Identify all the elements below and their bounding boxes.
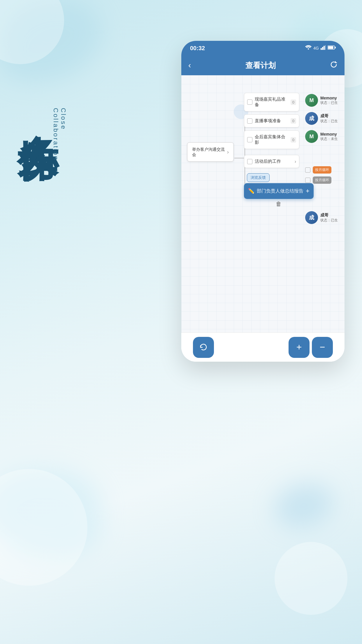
- selected-task-box[interactable]: ✏️ 部门负责人做总结报告 +: [244, 183, 314, 199]
- user-item-1: M Memony 状态：已生: [305, 93, 338, 108]
- user-info-2: 成哥 状态：已生: [320, 113, 338, 124]
- user-item-empty: [305, 147, 338, 162]
- selected-user-status: 状态：已生: [320, 218, 338, 223]
- user-info-3: Memony 状态：未生: [320, 132, 338, 141]
- user-item-2: 成 成哥 状态：已生: [305, 111, 338, 126]
- parent-task-label: 举办客户沟通交流会: [192, 147, 227, 157]
- user-name-1: Memony: [320, 96, 338, 100]
- nav-bar: ‹ 查看计划: [181, 55, 345, 75]
- avatar-1: M: [305, 94, 318, 107]
- back-button[interactable]: ‹: [188, 61, 191, 70]
- svg-rect-5: [328, 46, 333, 49]
- user-info-1: Memony 状态：已生: [320, 96, 338, 105]
- zoom-out-button[interactable]: −: [312, 337, 333, 358]
- avatar-2: 成: [305, 112, 318, 125]
- status-time: 00:32: [190, 45, 205, 52]
- svg-rect-3: [325, 45, 326, 50]
- nav-title: 查看计划: [245, 60, 276, 71]
- content-area: 举办客户沟通交流会 › 现场嘉宾礼品准备 0 直播事项准备 0: [181, 75, 345, 332]
- activity-task-expand-icon: ›: [295, 159, 296, 164]
- user-name-2: 成哥: [320, 113, 338, 119]
- task-count-3: 0: [291, 137, 296, 143]
- selected-user-item: 成 成哥 状态：已生: [305, 210, 338, 225]
- task-item-2[interactable]: 直播事项准备 0: [244, 114, 299, 127]
- bg-blob-4: [275, 484, 333, 527]
- avatar-img-1: M: [305, 94, 318, 107]
- zoom-button-group: + −: [289, 337, 333, 358]
- parent-task-expand-icon: ›: [227, 149, 229, 155]
- avatar-img-2: 成: [305, 112, 318, 125]
- zoom-in-button[interactable]: +: [289, 337, 310, 358]
- delete-icon[interactable]: 🗑: [276, 201, 282, 207]
- monthly-cycle-btn-2[interactable]: 按月循环: [313, 176, 331, 184]
- activity-task-checkbox[interactable]: [247, 159, 252, 164]
- task-count-1: 0: [291, 99, 296, 105]
- status-bar: 00:32 4G: [181, 41, 345, 55]
- edit-icon: ✏️: [248, 188, 254, 194]
- selected-user-name: 成哥: [320, 213, 338, 218]
- svg-rect-2: [324, 46, 325, 50]
- phone-mockup: 00:32 4G: [181, 41, 345, 362]
- right-tasks: 按月循环 按月循环: [305, 166, 338, 184]
- user-name-3: Memony: [320, 132, 338, 136]
- monthly-cycle-btn-1[interactable]: 按月循环: [313, 166, 331, 174]
- task-checkbox-1[interactable]: [247, 99, 252, 105]
- task-label-3: 会后嘉宾集体合影: [255, 134, 288, 145]
- battery-icon: [328, 45, 336, 51]
- wifi-icon: [305, 45, 312, 51]
- selected-avatar-img: 成: [305, 211, 318, 224]
- task-label-1: 现场嘉宾礼品准备: [255, 97, 288, 108]
- left-text-block: 多人协作 Close Collaboration: [17, 102, 58, 111]
- tasks-column: 现场嘉宾礼品准备 0 直播事项准备 0 会后嘉宾集体合影 0 活动后的工作 ›: [244, 93, 314, 207]
- user-status-3: 状态：未生: [320, 136, 338, 141]
- activity-task-label: 活动后的工作: [255, 159, 292, 164]
- right-task-1: 按月循环: [305, 166, 338, 174]
- selected-user-info: 成哥 状态：已生: [320, 213, 338, 223]
- right-task-2: 按月循环: [305, 176, 338, 184]
- tooltip-bubble: 浏览反馈: [247, 173, 270, 182]
- selected-task-label: 部门负责人做总结报告: [257, 188, 303, 194]
- bg-circle-4: [275, 542, 347, 615]
- status-icons: 4G: [305, 45, 336, 51]
- svg-rect-0: [321, 48, 322, 50]
- selected-task-wrapper: 浏览反馈 ✏️ 部门负责人做总结报告 + 🗑: [244, 173, 314, 207]
- english-heading: Close Collaboration: [52, 108, 67, 161]
- tooltip-text: 浏览反馈: [251, 175, 266, 180]
- signal-bars-icon: [321, 45, 326, 51]
- user-status-2: 状态：已生: [320, 119, 338, 124]
- selected-avatar: 成: [305, 211, 318, 224]
- signal-text: 4G: [313, 46, 319, 50]
- users-column: M Memony 状态：已生 成 成哥 状态：已生: [305, 93, 338, 225]
- task-label-2: 直播事项准备: [255, 118, 288, 124]
- task-count-2: 0: [291, 118, 296, 124]
- plus-icon: +: [296, 342, 302, 353]
- activity-task[interactable]: 活动后的工作 ›: [244, 155, 299, 168]
- parent-task-node[interactable]: 举办客户沟通交流会 ›: [187, 142, 234, 162]
- connector-h-1: [234, 158, 245, 158]
- user-status-1: 状态：已生: [320, 100, 338, 105]
- delete-row: 🗑: [244, 201, 314, 207]
- task-item-1[interactable]: 现场嘉宾礼品准备 0: [244, 93, 299, 111]
- user-item-3: M Memony 状态：未生: [305, 129, 338, 144]
- bottom-toolbar: + −: [181, 332, 345, 362]
- refresh-button[interactable]: [330, 61, 338, 70]
- task-item-3[interactable]: 会后嘉宾集体合影 0: [244, 130, 299, 149]
- task-checkbox-3[interactable]: [247, 137, 252, 142]
- svg-rect-6: [335, 47, 336, 48]
- undo-button[interactable]: [193, 337, 214, 358]
- task-checkbox-2[interactable]: [247, 118, 252, 124]
- avatar-3: M: [305, 130, 318, 143]
- right-checkbox-1[interactable]: [305, 167, 310, 173]
- minus-icon: −: [320, 342, 325, 353]
- avatar-img-3: M: [305, 130, 318, 143]
- right-checkbox-2[interactable]: [305, 178, 310, 183]
- svg-rect-1: [322, 47, 323, 50]
